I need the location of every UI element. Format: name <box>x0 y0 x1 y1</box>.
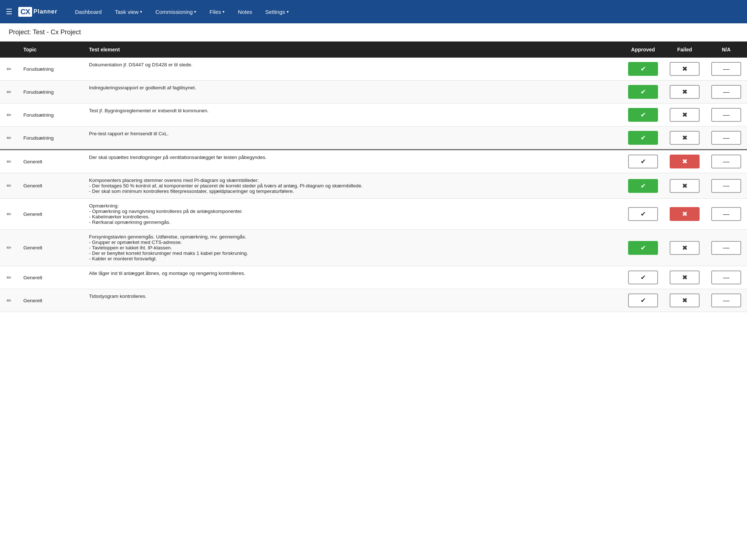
na-button[interactable]: — <box>711 131 741 145</box>
na-button[interactable]: — <box>711 293 741 307</box>
edit-button[interactable]: ✏ <box>0 266 18 289</box>
failed-button[interactable]: ✖ <box>670 131 700 145</box>
approved-button[interactable]: ✔ <box>628 271 658 284</box>
approved-action[interactable]: ✔ <box>622 266 664 289</box>
topic-cell: Forudsætning <box>18 104 83 127</box>
edit-button[interactable]: ✏ <box>0 127 18 150</box>
nav-notes[interactable]: Notes <box>232 6 258 18</box>
na-action[interactable]: — <box>705 266 747 289</box>
taskview-chevron-icon: ▾ <box>140 9 142 14</box>
na-action[interactable]: — <box>705 150 747 173</box>
approved-action[interactable]: ✔ <box>622 58 664 81</box>
project-title: Project: Test - Cx Project <box>9 28 81 36</box>
na-action[interactable]: — <box>705 127 747 150</box>
nav-taskview[interactable]: Task view ▾ <box>109 6 148 18</box>
col-header-failed: Failed <box>664 42 705 58</box>
approved-action[interactable]: ✔ <box>622 173 664 199</box>
na-action[interactable]: — <box>705 173 747 199</box>
project-header: Project: Test - Cx Project <box>0 23 747 42</box>
na-button[interactable]: — <box>711 207 741 221</box>
failed-action[interactable]: ✖ <box>664 266 705 289</box>
approved-action[interactable]: ✔ <box>622 289 664 312</box>
na-action[interactable]: — <box>705 81 747 104</box>
files-chevron-icon: ▾ <box>222 9 225 14</box>
approved-button[interactable]: ✔ <box>628 179 658 193</box>
col-header-test-element: Test element <box>83 42 622 58</box>
failed-action[interactable]: ✖ <box>664 199 705 230</box>
na-action[interactable]: — <box>705 230 747 266</box>
failed-action[interactable]: ✖ <box>664 81 705 104</box>
na-button[interactable]: — <box>711 108 741 122</box>
approved-button[interactable]: ✔ <box>628 85 658 99</box>
table-row: ✏GenereltKomponenters placering stemmer … <box>0 173 747 199</box>
approved-action[interactable]: ✔ <box>622 81 664 104</box>
edit-button[interactable]: ✏ <box>0 104 18 127</box>
failed-action[interactable]: ✖ <box>664 58 705 81</box>
table-row: ✏ForudsætningPre-test rapport er fremsen… <box>0 127 747 150</box>
edit-button[interactable]: ✏ <box>0 173 18 199</box>
failed-action[interactable]: ✖ <box>664 173 705 199</box>
failed-button[interactable]: ✖ <box>670 155 700 168</box>
na-button[interactable]: — <box>711 62 741 76</box>
failed-button[interactable]: ✖ <box>670 85 700 99</box>
nav-files[interactable]: Files ▾ <box>204 6 231 18</box>
na-button[interactable]: — <box>711 155 741 168</box>
approved-button[interactable]: ✔ <box>628 207 658 221</box>
edit-button[interactable]: ✏ <box>0 199 18 230</box>
failed-button[interactable]: ✖ <box>670 108 700 122</box>
na-button[interactable]: — <box>711 85 741 99</box>
failed-action[interactable]: ✖ <box>664 127 705 150</box>
menu-icon[interactable]: ☰ <box>6 7 12 16</box>
test-element-cell: Dokumentation jf. DS447 og DS428 er til … <box>83 58 622 81</box>
na-action[interactable]: — <box>705 58 747 81</box>
nav-dashboard[interactable]: Dashboard <box>69 6 107 18</box>
edit-button[interactable]: ✏ <box>0 81 18 104</box>
failed-button[interactable]: ✖ <box>670 241 700 255</box>
failed-action[interactable]: ✖ <box>664 104 705 127</box>
nav-commissioning[interactable]: Commissioning ▾ <box>150 6 202 18</box>
na-button[interactable]: — <box>711 179 741 193</box>
failed-button[interactable]: ✖ <box>670 179 700 193</box>
na-button[interactable]: — <box>711 271 741 284</box>
failed-button[interactable]: ✖ <box>670 293 700 307</box>
col-header-topic: Topic <box>18 42 83 58</box>
nav-settings[interactable]: Settings ▾ <box>259 6 294 18</box>
topic-cell: Generelt <box>18 230 83 266</box>
approved-button[interactable]: ✔ <box>628 108 658 122</box>
edit-button[interactable]: ✏ <box>0 58 18 81</box>
test-element-cell: Pre-test rapport er fremsendt til CxL. <box>83 127 622 150</box>
failed-button[interactable]: ✖ <box>670 271 700 284</box>
edit-button[interactable]: ✏ <box>0 289 18 312</box>
test-element-cell: Indreguleringssrapport er godkendt af fa… <box>83 81 622 104</box>
approved-action[interactable]: ✔ <box>622 199 664 230</box>
na-action[interactable]: — <box>705 104 747 127</box>
approved-button[interactable]: ✔ <box>628 131 658 145</box>
failed-action[interactable]: ✖ <box>664 230 705 266</box>
approved-button[interactable]: ✔ <box>628 293 658 307</box>
na-action[interactable]: — <box>705 289 747 312</box>
test-element-cell: Komponenters placering stemmer overens m… <box>83 173 622 199</box>
logo-cx-text: CX <box>18 7 32 17</box>
approved-button[interactable]: ✔ <box>628 155 658 168</box>
edit-button[interactable]: ✏ <box>0 150 18 173</box>
table-row: ✏GenereltTidsstyogram kontrolleres.✔✖— <box>0 289 747 312</box>
na-button[interactable]: — <box>711 241 741 255</box>
topic-cell: Forudsætning <box>18 58 83 81</box>
topic-cell: Generelt <box>18 173 83 199</box>
approved-button[interactable]: ✔ <box>628 62 658 76</box>
failed-action[interactable]: ✖ <box>664 289 705 312</box>
approved-action[interactable]: ✔ <box>622 104 664 127</box>
approved-action[interactable]: ✔ <box>622 150 664 173</box>
failed-button[interactable]: ✖ <box>670 62 700 76</box>
na-action[interactable]: — <box>705 199 747 230</box>
approved-button[interactable]: ✔ <box>628 241 658 255</box>
topic-cell: Generelt <box>18 150 83 173</box>
failed-button[interactable]: ✖ <box>670 207 700 221</box>
test-element-cell: Forsyningstavlen gennemgås. Udførelse, o… <box>83 230 622 266</box>
topic-cell: Forudsætning <box>18 127 83 150</box>
approved-action[interactable]: ✔ <box>622 127 664 150</box>
approved-action[interactable]: ✔ <box>622 230 664 266</box>
edit-button[interactable]: ✏ <box>0 230 18 266</box>
failed-action[interactable]: ✖ <box>664 150 705 173</box>
nav-links: Dashboard Task view ▾ Commissioning ▾ Fi… <box>69 6 741 18</box>
